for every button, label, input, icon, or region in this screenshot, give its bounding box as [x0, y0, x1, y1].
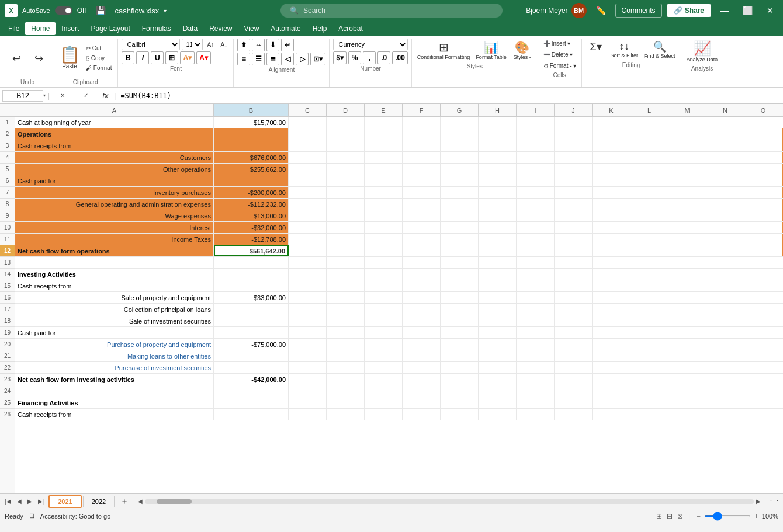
cell-D-15[interactable]: [327, 280, 365, 291]
cell-b-9[interactable]: -$13,000.00: [214, 210, 289, 221]
cell-N-11[interactable]: [706, 234, 744, 245]
cell-L-14[interactable]: [630, 269, 668, 280]
cell-L-22[interactable]: [630, 362, 668, 373]
cell-O-4[interactable]: [744, 152, 782, 163]
cell-H-26[interactable]: [479, 409, 517, 420]
cell-G-13[interactable]: [441, 257, 479, 268]
cell-I-20[interactable]: [517, 339, 555, 350]
col-header-i[interactable]: I: [517, 104, 555, 116]
cell-M-9[interactable]: [668, 210, 706, 221]
align-bottom-button[interactable]: ⬇: [266, 39, 279, 51]
copy-button[interactable]: ⎘ Copy: [84, 54, 114, 62]
cell-b-10[interactable]: -$32,000.00: [214, 222, 289, 233]
col-header-e[interactable]: E: [365, 104, 403, 116]
cell-N-7[interactable]: [706, 187, 744, 198]
cell-K-1[interactable]: [593, 117, 630, 128]
cell-H-1[interactable]: [479, 117, 517, 128]
sheets-nav-right[interactable]: ▶|: [36, 497, 47, 506]
cell-J-13[interactable]: [555, 257, 593, 268]
cell-G-19[interactable]: [441, 327, 479, 338]
comma-button[interactable]: %: [348, 51, 361, 64]
cell-O-14[interactable]: [744, 269, 782, 280]
cell-F-19[interactable]: [403, 327, 441, 338]
cell-G-16[interactable]: [441, 292, 479, 303]
cell-D-8[interactable]: [327, 199, 365, 210]
cell-O-25[interactable]: [744, 397, 782, 408]
cell-M-26[interactable]: [668, 409, 706, 420]
cell-F-7[interactable]: [403, 187, 441, 198]
col-header-c[interactable]: C: [289, 104, 327, 116]
cell-C-18[interactable]: [289, 315, 327, 326]
cell-E-8[interactable]: [365, 199, 403, 210]
cell-G-10[interactable]: [441, 222, 479, 233]
col-header-n[interactable]: N: [706, 104, 744, 116]
cell-b-20[interactable]: -$75,000.00: [214, 339, 289, 350]
cell-N-16[interactable]: [706, 292, 744, 303]
cell-D-18[interactable]: [327, 315, 365, 326]
cell-O-21[interactable]: [744, 350, 782, 361]
cell-C-10[interactable]: [289, 222, 327, 233]
cell-a-25[interactable]: Financing Activities: [15, 397, 214, 408]
col-header-f[interactable]: F: [403, 104, 441, 116]
cell-C-21[interactable]: [289, 350, 327, 361]
cell-a-17[interactable]: Collection of principal on loans: [15, 304, 214, 315]
cell-L-19[interactable]: [630, 327, 668, 338]
cell-K-7[interactable]: [593, 187, 630, 198]
format-as-table-button[interactable]: 📊 Format Table: [474, 39, 508, 62]
cell-J-9[interactable]: [555, 210, 593, 221]
cell-D-16[interactable]: [327, 292, 365, 303]
cell-G-26[interactable]: [441, 409, 479, 420]
cell-L-15[interactable]: [630, 280, 668, 291]
cell-O-23[interactable]: [744, 374, 782, 385]
cell-C-7[interactable]: [289, 187, 327, 198]
cell-E-11[interactable]: [365, 234, 403, 245]
row-num-11[interactable]: 11: [0, 234, 15, 245]
cell-G-25[interactable]: [441, 397, 479, 408]
cell-I-12[interactable]: [517, 245, 555, 256]
italic-button[interactable]: I: [136, 51, 149, 64]
cell-O-19[interactable]: [744, 327, 782, 338]
cell-M-5[interactable]: [668, 164, 706, 175]
row-num-10[interactable]: 10: [0, 222, 15, 234]
cell-E-6[interactable]: [365, 175, 403, 186]
cell-F-2[interactable]: [403, 128, 441, 140]
accounting-button[interactable]: ,: [363, 51, 376, 64]
cell-M-12[interactable]: [668, 245, 706, 256]
cell-D-22[interactable]: [327, 362, 365, 373]
cell-N-4[interactable]: [706, 152, 744, 163]
cell-D-23[interactable]: [327, 374, 365, 385]
cell-O-11[interactable]: [744, 234, 782, 245]
cell-H-5[interactable]: [479, 164, 517, 175]
cell-L-2[interactable]: [630, 128, 668, 140]
cell-M-25[interactable]: [668, 397, 706, 408]
cell-O-6[interactable]: [744, 175, 782, 186]
cell-J-25[interactable]: [555, 397, 593, 408]
cell-H-16[interactable]: [479, 292, 517, 303]
cell-J-5[interactable]: [555, 164, 593, 175]
cell-K-11[interactable]: [593, 234, 630, 245]
cell-H-25[interactable]: [479, 397, 517, 408]
cell-F-9[interactable]: [403, 210, 441, 221]
cell-J-16[interactable]: [555, 292, 593, 303]
cell-E-20[interactable]: [365, 339, 403, 350]
cell-J-20[interactable]: [555, 339, 593, 350]
row-num-4[interactable]: 4: [0, 152, 15, 164]
normal-view-button[interactable]: ⊞: [655, 511, 663, 521]
col-header-g[interactable]: G: [441, 104, 479, 116]
cell-a-20[interactable]: Purchase of property and equipment: [15, 339, 214, 350]
cell-J-15[interactable]: [555, 280, 593, 291]
cell-b-14[interactable]: [214, 269, 289, 280]
cell-I-7[interactable]: [517, 187, 555, 198]
cell-O-13[interactable]: [744, 257, 782, 268]
paste-button[interactable]: 📋 Paste: [57, 45, 82, 71]
cell-D-11[interactable]: [327, 234, 365, 245]
cell-F-3[interactable]: [403, 140, 441, 151]
cell-J-11[interactable]: [555, 234, 593, 245]
cell-E-5[interactable]: [365, 164, 403, 175]
font-family-select[interactable]: Calibri: [122, 39, 180, 50]
cell-F-6[interactable]: [403, 175, 441, 186]
cell-L-12[interactable]: [630, 245, 668, 256]
cell-E-14[interactable]: [365, 269, 403, 280]
cell-C-6[interactable]: [289, 175, 327, 186]
align-right-button[interactable]: ≣: [266, 53, 279, 65]
